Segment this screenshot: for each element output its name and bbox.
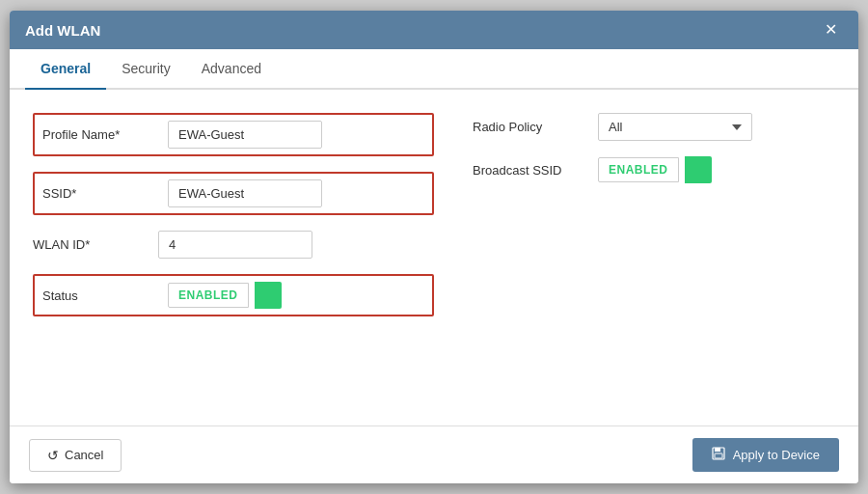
cancel-icon: ↺: [47, 448, 59, 463]
ssid-input[interactable]: [168, 179, 322, 207]
radio-policy-select[interactable]: All 2.4 GHz 5 GHz: [598, 113, 752, 141]
broadcast-ssid-row: Broadcast SSID ENABLED: [473, 156, 835, 183]
wlan-id-input[interactable]: [158, 231, 312, 259]
profile-name-label: Profile Name*: [42, 127, 168, 142]
broadcast-ssid-toggle-icon[interactable]: [685, 156, 712, 183]
svg-rect-2: [715, 453, 722, 458]
dialog-header: Add WLAN ✕: [10, 11, 858, 49]
broadcast-ssid-label: Broadcast SSID: [473, 163, 598, 178]
add-wlan-dialog: Add WLAN ✕ General Security Advanced Pro…: [10, 11, 858, 483]
ssid-row: SSID*: [33, 172, 434, 215]
ssid-label: SSID*: [42, 186, 168, 201]
svg-rect-1: [715, 448, 720, 452]
tab-bar: General Security Advanced: [10, 49, 858, 90]
status-badge[interactable]: ENABLED: [168, 282, 282, 309]
form-left: Profile Name* SSID* WLAN ID* Status: [33, 113, 434, 316]
form-right: Radio Policy All 2.4 GHz 5 GHz Broadcast…: [434, 113, 835, 316]
tab-advanced[interactable]: Advanced: [186, 49, 277, 90]
broadcast-ssid-text: ENABLED: [598, 157, 679, 182]
radio-policy-label: Radio Policy: [473, 120, 598, 134]
status-label: Status: [42, 288, 168, 303]
radio-policy-row: Radio Policy All 2.4 GHz 5 GHz: [473, 113, 835, 141]
status-text: ENABLED: [168, 283, 249, 308]
apply-button[interactable]: Apply to Device: [692, 438, 839, 472]
apply-label: Apply to Device: [733, 448, 820, 462]
dialog-body: Profile Name* SSID* WLAN ID* Status: [10, 90, 858, 425]
status-toggle-icon[interactable]: [255, 282, 282, 309]
broadcast-ssid-badge[interactable]: ENABLED: [598, 156, 712, 183]
cancel-label: Cancel: [65, 448, 103, 462]
tab-general[interactable]: General: [25, 49, 106, 90]
save-icon: [712, 447, 725, 463]
status-row: Status ENABLED: [33, 274, 434, 316]
dialog-title: Add WLAN: [25, 22, 100, 39]
cancel-button[interactable]: ↺ Cancel: [29, 439, 122, 472]
tab-security[interactable]: Security: [106, 49, 186, 90]
wlan-id-row: WLAN ID*: [33, 231, 434, 259]
close-button[interactable]: ✕: [819, 20, 843, 40]
profile-name-row: Profile Name*: [33, 113, 434, 156]
wlan-id-label: WLAN ID*: [33, 237, 158, 252]
profile-name-input[interactable]: [168, 121, 322, 149]
form-grid: Profile Name* SSID* WLAN ID* Status: [33, 113, 835, 316]
dialog-footer: ↺ Cancel Apply to Device: [10, 425, 858, 483]
